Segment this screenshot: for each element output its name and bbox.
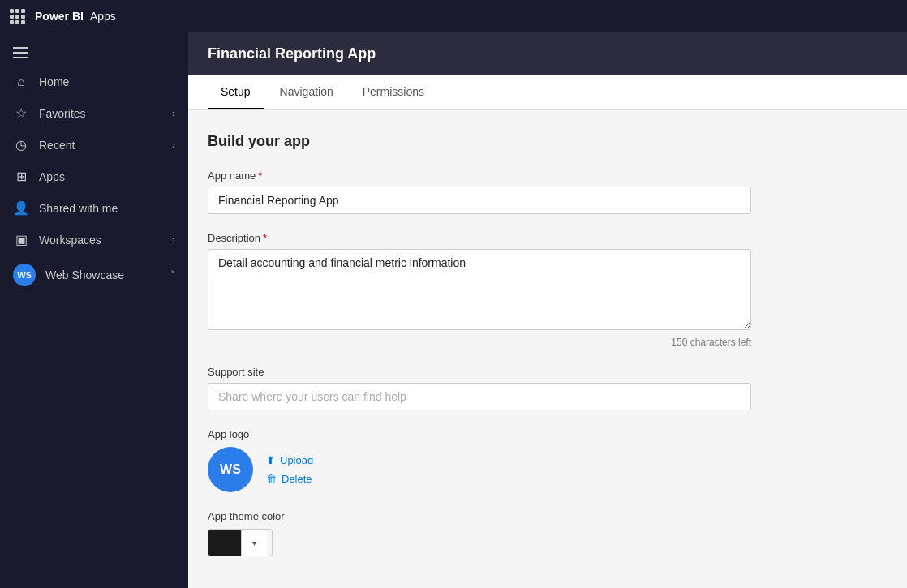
description-required: * — [263, 232, 267, 244]
char-count: 150 characters left — [208, 337, 751, 348]
tab-permissions-label: Permissions — [363, 85, 424, 98]
sidebar-favorites-label: Favorites — [39, 107, 162, 120]
sidebar-item-home[interactable]: ⌂ Home — [0, 67, 188, 97]
sidebar-workspaces-label: Workspaces — [39, 234, 162, 247]
tab-setup[interactable]: Setup — [208, 75, 264, 109]
app-logo-row: WS ⬆ Upload 🗑 Delete — [208, 447, 888, 492]
upload-button[interactable]: ⬆ Upload — [266, 454, 313, 466]
app-name-input[interactable] — [208, 187, 751, 214]
app-launcher-icon[interactable] — [10, 9, 25, 24]
recent-icon: ◷ — [13, 137, 29, 152]
tabs-bar: Setup Navigation Permissions — [188, 75, 907, 110]
app-name-required: * — [258, 170, 262, 182]
theme-color-section: App theme color ▾ — [208, 510, 888, 556]
color-dropdown-button[interactable]: ▾ — [241, 530, 267, 556]
theme-color-row: ▾ — [208, 529, 888, 556]
shared-icon: 👤 — [13, 200, 29, 216]
home-icon: ⌂ — [13, 75, 29, 89]
chevron-right-icon-ws: › — [172, 234, 175, 246]
sidebar: ⌂ Home ☆ Favorites › ◷ Recent › ⊞ Apps 👤… — [0, 32, 188, 588]
tab-navigation[interactable]: Navigation — [267, 75, 346, 109]
chevron-down-color-icon: ▾ — [252, 539, 256, 547]
sidebar-item-workspaces[interactable]: ▣ Workspaces › — [0, 224, 188, 255]
sidebar-item-shared[interactable]: 👤 Shared with me — [0, 192, 188, 224]
sidebar-recent-label: Recent — [39, 139, 162, 152]
app-logo-avatar: WS — [208, 447, 253, 492]
chevron-right-icon-recent: › — [172, 139, 175, 151]
sidebar-home-label: Home — [39, 75, 175, 88]
sidebar-item-apps[interactable]: ⊞ Apps — [0, 161, 188, 192]
delete-label: Delete — [282, 473, 312, 485]
description-label: Description * — [208, 232, 888, 244]
color-picker[interactable]: ▾ — [208, 529, 273, 556]
app-logo-label: App logo — [208, 428, 888, 440]
sidebar-web-showcase-label: Web Showcase — [45, 268, 161, 281]
main-layout: ⌂ Home ☆ Favorites › ◷ Recent › ⊞ Apps 👤… — [0, 32, 907, 588]
app-name-group: App name * — [208, 170, 888, 214]
chevron-down-icon-ws: ˅ — [170, 269, 175, 281]
delete-button[interactable]: 🗑 Delete — [266, 473, 313, 485]
support-site-group: Support site — [208, 366, 888, 410]
logo-actions: ⬆ Upload 🗑 Delete — [266, 454, 313, 485]
theme-color-label: App theme color — [208, 510, 888, 522]
apps-icon: ⊞ — [13, 169, 29, 184]
trash-icon: 🗑 — [266, 473, 277, 485]
tab-setup-label: Setup — [221, 85, 251, 98]
form-content: Build your app App name * Description * … — [188, 110, 907, 588]
color-swatch — [208, 530, 241, 556]
hamburger-icon — [13, 47, 28, 58]
sidebar-item-web-showcase[interactable]: WS Web Showcase ˅ — [0, 255, 188, 294]
sidebar-shared-label: Shared with me — [39, 202, 175, 215]
sidebar-apps-label: Apps — [39, 170, 175, 183]
support-site-input[interactable] — [208, 383, 751, 410]
workspace-icon: ▣ — [13, 232, 29, 247]
topbar-apps-label[interactable]: Apps — [90, 10, 116, 23]
tab-navigation-label: Navigation — [280, 85, 333, 98]
app-logo-section: App logo WS ⬆ Upload 🗑 Delete — [208, 428, 888, 492]
upload-label: Upload — [280, 454, 313, 466]
description-textarea[interactable] — [208, 249, 751, 330]
chevron-right-icon: › — [172, 108, 175, 119]
support-site-label: Support site — [208, 366, 888, 378]
app-header-title: Financial Reporting App — [208, 45, 376, 62]
sidebar-item-favorites[interactable]: ☆ Favorites › — [0, 97, 188, 129]
description-group: Description * 150 characters left — [208, 232, 888, 348]
app-name-label: App name * — [208, 170, 888, 182]
ws-avatar: WS — [13, 264, 36, 286]
app-header: Financial Reporting App — [188, 32, 907, 75]
powerbi-logo: Power BI — [35, 10, 84, 23]
hamburger-button[interactable] — [0, 39, 188, 67]
brand-area: Power BI Apps — [35, 10, 116, 23]
star-icon: ☆ — [13, 105, 29, 121]
build-title: Build your app — [208, 133, 888, 150]
sidebar-item-recent[interactable]: ◷ Recent › — [0, 129, 188, 161]
topbar: Power BI Apps — [0, 0, 907, 32]
tab-permissions[interactable]: Permissions — [350, 75, 437, 109]
upload-icon: ⬆ — [266, 454, 275, 466]
content-area: Financial Reporting App Setup Navigation… — [188, 32, 907, 588]
